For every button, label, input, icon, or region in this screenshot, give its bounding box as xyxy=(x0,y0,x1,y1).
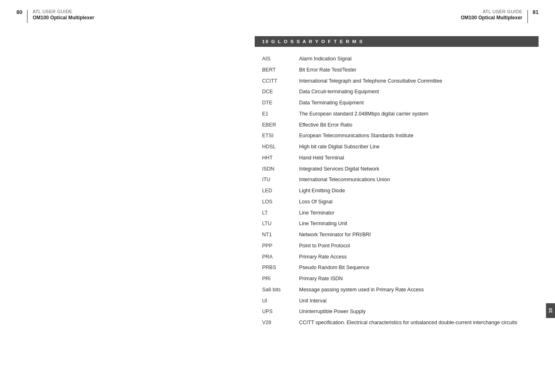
glossary-row: Sa6 bitsMessage passing system used in P… xyxy=(262,284,531,295)
glossary-abbreviation: HHT xyxy=(262,152,299,164)
glossary-row: PRIPrimary Rate ISDN xyxy=(262,273,531,284)
glossary-definition: Data Terminating Equipment xyxy=(299,97,531,108)
tab-number: 10 xyxy=(548,308,553,313)
glossary-abbreviation: BERT xyxy=(262,65,299,76)
glossary-row: UPSUninterruptible Power Supply xyxy=(262,306,531,317)
glossary-definition: Primary Rate ISDN xyxy=(299,273,531,284)
glossary-definition: Alarm Indication Signal xyxy=(299,53,531,65)
glossary-definition: Pseudo Random Bit Sequence xyxy=(299,262,531,273)
glossary-row: ETSIEuropean Telecommunications Standard… xyxy=(262,130,531,141)
glossary-definition: CCITT specification. Electrical characte… xyxy=(299,317,531,328)
glossary-definition: Light Emitting Diode xyxy=(299,185,531,196)
glossary-row: ISDNIntegrated Services Digital Network xyxy=(262,164,531,175)
glossary-row: NT1Network Terminator for PRI/BRI xyxy=(262,229,531,240)
glossary-abbreviation: PRA xyxy=(262,251,299,263)
right-page-number: 81 xyxy=(533,9,539,15)
glossary-abbreviation: LTU xyxy=(262,218,299,229)
glossary-row: BERTBit Error Rate Test/Tester xyxy=(262,65,531,76)
glossary-abbreviation: PPP xyxy=(262,240,299,251)
glossary-row: ITUInternational Telecommunications Unio… xyxy=(262,174,531,185)
glossary-row: UIUnit Interval xyxy=(262,295,531,307)
glossary-abbreviation: PRBS xyxy=(262,262,299,273)
glossary-abbreviation: CCITT xyxy=(262,76,299,87)
section-title-bar: 10 G L O S S A R Y O F T E R M S xyxy=(255,36,539,47)
glossary-row: LEDLight Emitting Diode xyxy=(262,185,531,196)
glossary-definition: The European standard 2.048Mbps digital … xyxy=(299,108,531,120)
glossary-definition: Network Terminator for PRI/BRI xyxy=(299,229,531,240)
glossary-definition: Data Circuit-terminating Equipment xyxy=(299,86,531,97)
right-page-header: ATL USER GUIDE OM100 Optical Multiplexer… xyxy=(461,9,539,23)
left-page-number: 80 xyxy=(16,9,22,15)
glossary-abbreviation: EBER xyxy=(262,120,299,131)
glossary-row: V28CCITT specification. Electrical chara… xyxy=(262,317,531,328)
left-header-guide-label: ATL USER GUIDE xyxy=(32,9,94,14)
glossary-row: PPPPoint to Point Protocol xyxy=(262,240,531,251)
glossary-abbreviation: NT1 xyxy=(262,229,299,240)
header-divider-left xyxy=(27,10,28,23)
glossary-definition: Bit Error Rate Test/Tester xyxy=(299,65,531,76)
glossary-row: DTEData Terminating Equipment xyxy=(262,97,531,108)
glossary-definition: Integrated Services Digital Network xyxy=(299,164,531,175)
glossary-row: LOSLoss Of Signal xyxy=(262,196,531,208)
section-title-text: 10 G L O S S A R Y O F T E R M S xyxy=(262,39,363,44)
chapter-tab: 10 xyxy=(546,303,555,318)
glossary-definition: Point to Point Protocol xyxy=(299,240,531,251)
glossary-definition: Uninterruptible Power Supply xyxy=(299,306,531,317)
glossary-definition: Message passing system used in Primary R… xyxy=(299,284,531,295)
glossary-abbreviation: E1 xyxy=(262,108,299,120)
glossary-abbreviation: UI xyxy=(262,295,299,307)
glossary-row: HHTHand Held Terminal xyxy=(262,152,531,164)
glossary-definition: Loss Of Signal xyxy=(299,196,531,208)
glossary-content: AISAlarm Indication SignalBERTBit Error … xyxy=(255,53,539,328)
glossary-definition: European Telecommunications Standards In… xyxy=(299,130,531,141)
glossary-table: AISAlarm Indication SignalBERTBit Error … xyxy=(262,53,531,328)
glossary-row: E1The European standard 2.048Mbps digita… xyxy=(262,108,531,120)
glossary-row: PRBSPseudo Random Bit Sequence xyxy=(262,262,531,273)
glossary-row: CCITTInternational Telegraph and Telepho… xyxy=(262,76,531,87)
glossary-abbreviation: LED xyxy=(262,185,299,196)
glossary-definition: Primary Rate Access xyxy=(299,251,531,263)
glossary-abbreviation: ETSI xyxy=(262,130,299,141)
glossary-definition: Line Terminator xyxy=(299,208,531,219)
glossary-row: LTULine Terminating Unit xyxy=(262,218,531,229)
left-page-header: 80 ATL USER GUIDE OM100 Optical Multiple… xyxy=(16,9,94,23)
header-divider-right xyxy=(527,10,528,23)
glossary-definition: Hand Held Terminal xyxy=(299,152,531,164)
glossary-abbreviation: PRI xyxy=(262,273,299,284)
glossary-row: LTLine Terminator xyxy=(262,208,531,219)
glossary-abbreviation: UPS xyxy=(262,306,299,317)
glossary-row: EBEREffective Bit Error Ratio xyxy=(262,120,531,131)
glossary-abbreviation: AIS xyxy=(262,53,299,65)
glossary-row: DCEData Circuit-terminating Equipment xyxy=(262,86,531,97)
glossary-abbreviation: DCE xyxy=(262,86,299,97)
glossary-definition: Unit Interval xyxy=(299,295,531,307)
right-header-guide-label: ATL USER GUIDE xyxy=(461,9,522,14)
glossary-abbreviation: ISDN xyxy=(262,164,299,175)
glossary-definition: Line Terminating Unit xyxy=(299,218,531,229)
glossary-abbreviation: V28 xyxy=(262,317,299,328)
glossary-row: HDSLHigh bit rate Digital Subscriber Lin… xyxy=(262,141,531,152)
left-header-text: ATL USER GUIDE OM100 Optical Multiplexer xyxy=(32,9,94,21)
glossary-definition: Effective Bit Error Ratio xyxy=(299,120,531,131)
glossary-abbreviation: LT xyxy=(262,208,299,219)
right-header-text: ATL USER GUIDE OM100 Optical Multiplexer xyxy=(461,9,522,21)
glossary-abbreviation: DTE xyxy=(262,97,299,108)
glossary-abbreviation: LOS xyxy=(262,196,299,208)
glossary-row: PRAPrimary Rate Access xyxy=(262,251,531,263)
glossary-abbreviation: HDSL xyxy=(262,141,299,152)
right-header-product-name: OM100 Optical Multiplexer xyxy=(461,15,522,21)
glossary-definition: International Telegraph and Telephone Co… xyxy=(299,76,531,87)
glossary-definition: International Telecommunications Union xyxy=(299,174,531,185)
glossary-abbreviation: ITU xyxy=(262,174,299,185)
glossary-definition: High bit rate Digital Subscriber Line xyxy=(299,141,531,152)
glossary-abbreviation: Sa6 bits xyxy=(262,284,299,295)
glossary-row: AISAlarm Indication Signal xyxy=(262,53,531,65)
left-header-product-name: OM100 Optical Multiplexer xyxy=(32,15,94,21)
